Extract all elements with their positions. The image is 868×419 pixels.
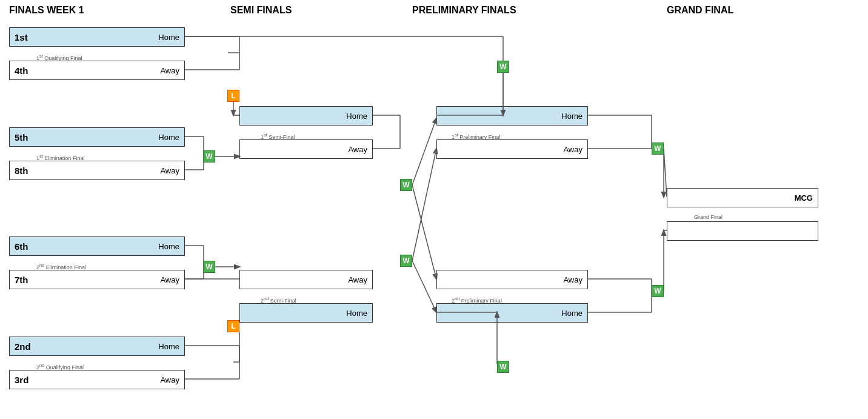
gf-label: Grand Final [694,214,723,220]
sf2-away-side: Away [348,275,367,284]
ef1-home: 5th Home [9,127,185,147]
gf-top: MCG [667,188,818,207]
ef1-away: 8th Away [9,161,185,180]
gf-venue: MCG [795,193,813,203]
qf1-away-rank: 4th [15,65,28,76]
qf1-away: 4th Away [9,61,185,80]
pf2-away: Away [436,270,588,289]
header-fw1: FINALS WEEK 1 [9,5,84,16]
w-badge-qf1-winner: W [497,61,509,73]
header-gf: GRAND FINAL [667,5,733,16]
qf2-away-side: Away [160,375,179,384]
w-badge-qf2-winner: W [497,361,509,373]
l-badge-qf1-loser: L [227,90,239,102]
gf-bottom: . [667,221,818,241]
pf2-away-side: Away [563,275,583,284]
sf1-home: Home [239,106,373,126]
ef2-home-side: Home [158,242,179,251]
svg-line-13 [412,118,436,185]
ef2-away-rank: 7th [15,275,28,285]
sf1-away-side: Away [348,145,367,154]
pf1-away: Away [436,139,588,159]
w-badge-sf1-winner: W [400,179,412,191]
bracket-container: FINALS WEEK 1 SEMI FINALS PRELIMINARY FI… [0,0,868,419]
ef1-away-side: Away [160,166,179,175]
sf1-home-side: Home [346,112,367,121]
ef1-away-rank: 8th [15,166,28,176]
sf2-home-side: Home [346,309,367,318]
sf1-away: Away [239,139,373,159]
qf2-home-side: Home [158,342,179,351]
qf2-away-rank: 3rd [15,375,28,385]
w-badge-ef1-winner: W [203,150,215,163]
qf2-home-rank: 2nd [15,341,31,352]
header-sf: SEMI FINALS [230,5,292,16]
qf1-home-side: Home [158,33,179,42]
ef1-home-side: Home [158,133,179,142]
ef2-home: 6th Home [9,236,185,256]
svg-line-14 [412,185,436,279]
w-badge-sf2-winner: W [400,255,412,267]
qf2-home: 2nd Home [9,337,185,356]
l-badge-qf2-loser: L [227,320,239,332]
header-pf: PRELIMINARY FINALS [412,5,516,16]
ef2-away: 7th Away [9,270,185,289]
ef2-home-rank: 6th [15,241,28,252]
pf1-home: Home [436,106,588,126]
ef2-away-side: Away [160,275,179,284]
qf2-away: 3rd Away [9,370,185,389]
qf1-away-side: Away [160,66,179,75]
pf1-away-side: Away [563,145,583,154]
pf1-home-side: Home [561,112,583,121]
w-badge-pf1-winner: W [652,142,664,155]
qf1-home: 1st Home [9,27,185,47]
svg-line-15 [412,149,436,261]
pf2-home: Home [436,303,588,323]
sf2-home: Home [239,303,373,323]
w-badge-ef2-winner: W [203,261,215,273]
pf2-home-side: Home [561,309,583,318]
ef1-home-rank: 5th [15,132,28,142]
svg-line-16 [412,261,436,312]
sf2-away: Away [239,270,373,289]
qf1-home-rank: 1st [15,32,28,42]
w-badge-pf2-winner: W [652,285,664,297]
